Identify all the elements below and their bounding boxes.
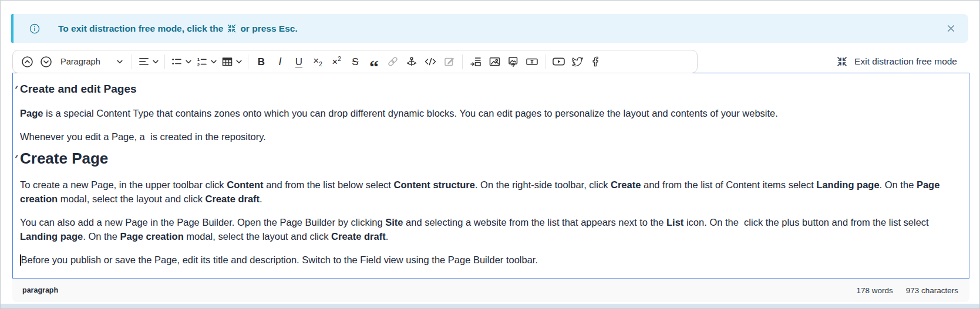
insert-table-dropdown[interactable] [220, 53, 244, 70]
close-icon [945, 23, 957, 34]
counters: 178 words 973 characters [856, 286, 958, 295]
youtube-embed-button[interactable] [550, 53, 567, 70]
toolbar-divider [462, 55, 463, 69]
toolbar-divider [248, 55, 248, 69]
underline-button[interactable]: U [290, 53, 308, 70]
link-button[interactable] [384, 53, 402, 70]
page-background-strip [1, 304, 979, 308]
facebook-icon [590, 56, 602, 67]
youtube-icon [552, 56, 565, 67]
heading-marker [15, 86, 18, 89]
upload-image-button[interactable] [504, 53, 522, 70]
paragraph-whenever-edit[interactable]: Whenever you edit a Page, a is created i… [20, 130, 959, 144]
bulleted-list-dropdown[interactable] [169, 53, 193, 70]
circle-chevron-down-icon [40, 56, 52, 68]
chevron-down-icon [186, 60, 191, 64]
subscript-icon: ×2 [313, 56, 322, 67]
compress-icon [836, 56, 848, 67]
exit-distraction-free-button[interactable]: Exit distraction free mode [833, 50, 961, 73]
align-left-icon [138, 56, 150, 67]
block-quote-icon: “ [369, 64, 379, 69]
circle-chevron-up-icon [21, 56, 33, 68]
block-quote-button[interactable]: “ [365, 53, 383, 70]
notification-text: To exit distraction free mode, click the… [58, 23, 298, 34]
editor-toolbar: Paragraph 1 2 B I U ×2 [12, 50, 698, 73]
insert-block-icon [470, 56, 482, 67]
italic-button[interactable]: I [271, 53, 289, 70]
svg-text:2: 2 [197, 62, 200, 67]
next-block-button[interactable] [37, 53, 55, 70]
link-icon [387, 56, 399, 67]
twitter-icon [571, 56, 584, 67]
chevron-down-icon [236, 60, 242, 64]
word-count: 178 words [856, 286, 893, 295]
notification-text-before: To exit distraction free mode, click the [58, 23, 223, 34]
paragraph-text: Before you publish or save the Page, edi… [21, 254, 538, 265]
text-alignment-dropdown[interactable] [136, 53, 160, 70]
strikethrough-button[interactable]: S [346, 53, 364, 70]
heading-create-page[interactable]: Create Page [20, 148, 959, 168]
previous-block-button[interactable] [18, 53, 36, 70]
paragraph-before-publish[interactable]: Before you publish or save the Page, edi… [20, 253, 959, 267]
toolbar-divider [164, 55, 165, 69]
info-icon [29, 23, 41, 35]
paragraph-style-dropdown[interactable]: Paragraph [56, 53, 127, 70]
chevron-down-icon [117, 60, 123, 64]
text-field-icon [526, 56, 538, 67]
element-path-label: paragraph [22, 286, 58, 294]
insert-content-block-button[interactable] [467, 53, 484, 70]
image-icon [489, 56, 501, 67]
subscript-button[interactable]: ×2 [309, 53, 326, 70]
heading-text: Create and edit Pages [20, 83, 137, 95]
table-icon [221, 56, 233, 67]
editor-content-area[interactable]: Create and edit Pages Page is a special … [12, 73, 969, 279]
heading-marker [15, 155, 18, 158]
toolbar-divider [545, 55, 545, 69]
close-notification-button[interactable] [943, 21, 959, 36]
underline-icon: U [295, 57, 302, 67]
heading-create-and-edit-pages[interactable]: Create and edit Pages [20, 82, 959, 97]
edit-source-button[interactable] [440, 53, 458, 70]
twitter-embed-button[interactable] [568, 53, 586, 70]
facebook-embed-button[interactable] [587, 53, 605, 70]
superscript-button[interactable]: ×2 [328, 53, 345, 70]
italic-icon: I [278, 56, 281, 67]
insert-image-button[interactable] [486, 53, 503, 70]
notification-text-after: or press Esc. [240, 23, 297, 34]
edit-box-icon [443, 56, 455, 67]
paragraph-create-new-page[interactable]: To create a new Page, in the upper toolb… [20, 178, 959, 206]
source-code-button[interactable] [422, 53, 439, 70]
numbered-list-dropdown[interactable]: 1 2 [194, 53, 218, 70]
text-field-button[interactable] [523, 53, 541, 70]
status-bar: paragraph 178 words 973 characters [12, 279, 969, 302]
chevron-down-icon [153, 60, 159, 64]
code-icon [424, 56, 437, 67]
notification-banner: To exit distraction free mode, click the… [11, 14, 968, 43]
bold-icon: B [258, 57, 265, 67]
paragraph-style-value: Paragraph [60, 57, 100, 66]
chevron-down-icon [211, 60, 217, 64]
numbered-list-icon: 1 2 [196, 56, 208, 67]
compress-icon [227, 23, 237, 33]
bulleted-list-icon [171, 56, 183, 67]
character-count: 973 characters [906, 286, 958, 295]
heading-text: Create Page [20, 150, 108, 167]
toolbar-divider [132, 55, 132, 69]
superscript-icon: ×2 [332, 56, 341, 67]
anchor-button[interactable] [403, 53, 420, 70]
image-upload-icon [507, 56, 520, 67]
paragraph-page-builder[interactable]: You can also add a new Page in the Page … [20, 215, 959, 243]
strikethrough-icon: S [352, 57, 358, 67]
bold-button[interactable]: B [252, 53, 270, 70]
paragraph-page-description[interactable]: Page is a special Content Type that cont… [20, 106, 959, 120]
anchor-icon [406, 56, 417, 67]
exit-distraction-free-label: Exit distraction free mode [854, 56, 957, 67]
